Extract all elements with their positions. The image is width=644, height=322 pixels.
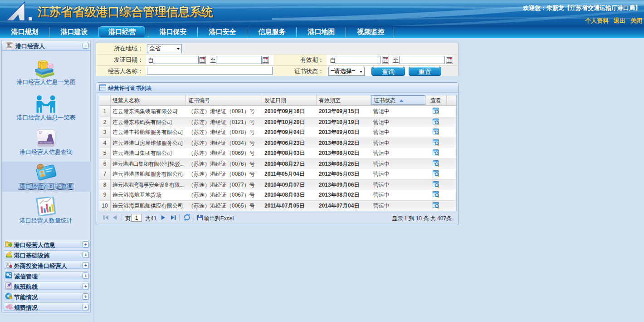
svg-text:805.430.6080: 805.430.6080 <box>39 142 52 144</box>
